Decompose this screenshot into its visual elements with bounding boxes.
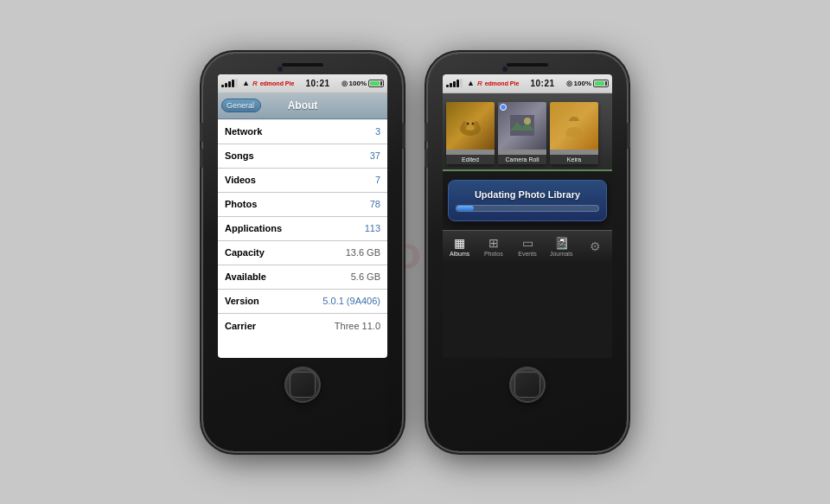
table-row[interactable]: Available 5.6 GB — [218, 265, 387, 290]
signal-bar-2-4 — [456, 80, 459, 87]
tab-albums[interactable]: ▦ Albums — [443, 236, 476, 257]
tab-events[interactable]: ▭ Events — [510, 236, 544, 257]
status-bar-1: ▲ R edmond Pie 10:21 ◎ 100% — [218, 74, 387, 93]
events-tab-label: Events — [518, 251, 536, 257]
row-value-available: 5.6 GB — [351, 271, 380, 282]
status-left-2: ▲ R edmond Pie — [446, 79, 519, 87]
progress-bar-track — [456, 205, 599, 212]
signal-bars-2 — [446, 79, 463, 87]
iphone-2-screen: ▲ R edmond Pie 10:21 ◎ 100% — [443, 74, 612, 358]
signal-bar-2-2 — [450, 83, 452, 87]
battery-pct-1: 100% — [349, 80, 367, 87]
row-label-songs: Songs — [225, 150, 254, 161]
row-label-carrier: Carrier — [225, 321, 256, 331]
row-value-version: 5.0.1 (9A406) — [322, 296, 380, 306]
volume-up-button-2[interactable] — [425, 123, 428, 142]
table-row[interactable]: Carrier Three 11.0 — [218, 314, 387, 338]
album-camera-roll[interactable]: Camera Roll — [498, 102, 546, 164]
album-keira-label: Keira — [550, 155, 598, 164]
status-bar-2: ▲ R edmond Pie 10:21 ◎ 100% — [443, 74, 612, 93]
nav-bar-1: General About — [218, 93, 387, 119]
albums-area: Edited Camera Roll — [443, 93, 612, 171]
location-icon-1: ◎ — [342, 80, 348, 87]
svg-point-10 — [565, 127, 583, 137]
tab-settings[interactable]: ⚙ — [578, 239, 612, 253]
row-label-available: Available — [225, 271, 266, 282]
photos-tab-bar: ▦ Albums ⊞ Photos ▭ Events 📓 Journals ⚙ — [443, 230, 612, 263]
carrier-logo-1: R — [252, 80, 258, 87]
iphone-top-2 — [428, 54, 627, 67]
row-value-photos: 78 — [370, 199, 380, 209]
album-edited[interactable]: Edited — [446, 102, 495, 164]
albums-tab-icon: ▦ — [454, 236, 465, 250]
home-button-1[interactable] — [284, 367, 321, 403]
battery-fill-1 — [370, 81, 380, 86]
side-button[interactable] — [402, 123, 405, 149]
volume-down-button-2[interactable] — [425, 149, 428, 168]
table-row[interactable]: Photos 78 — [218, 193, 387, 217]
svg-rect-6 — [510, 115, 534, 136]
table-row[interactable]: Songs 37 — [218, 144, 387, 169]
signal-bar-2-5 — [460, 79, 463, 87]
svg-point-4 — [462, 121, 467, 130]
table-row[interactable]: Capacity 13.6 GB — [218, 241, 387, 265]
carrier-name-2: edmond Pie — [485, 80, 520, 86]
iphone-1: ▲ R edmond Pie 10:21 ◎ 100% General Abo — [203, 54, 402, 451]
side-button-2[interactable] — [627, 123, 630, 149]
home-button-inner-2 — [514, 372, 540, 398]
battery-icon-2 — [593, 80, 609, 87]
home-button-2[interactable] — [509, 367, 546, 403]
signal-bar-1 — [221, 85, 224, 87]
signal-bar-5 — [235, 79, 238, 87]
wifi-icon-1: ▲ — [242, 79, 250, 87]
album-edited-img — [446, 102, 495, 150]
table-row[interactable]: Applications 113 — [218, 217, 387, 241]
signal-bars-1 — [221, 79, 238, 87]
row-label-capacity: Capacity — [225, 247, 265, 258]
iphone-1-screen: ▲ R edmond Pie 10:21 ◎ 100% General Abo — [218, 74, 387, 358]
albums-tab-label: Albums — [450, 251, 469, 257]
battery-fill-2 — [595, 81, 604, 86]
signal-bar-4 — [232, 80, 234, 87]
album-keira-img — [550, 102, 598, 150]
wifi-icon-2: ▲ — [467, 79, 475, 87]
about-section: Network 3 Songs 37 Videos 7 Photos 78 — [218, 120, 387, 338]
volume-down-button[interactable] — [200, 149, 203, 168]
row-label-version: Version — [225, 296, 259, 306]
row-value-videos: 7 — [375, 175, 380, 185]
album-selected-indicator — [500, 104, 507, 111]
front-camera-2 — [501, 66, 508, 73]
row-value-network: 3 — [375, 126, 380, 137]
nav-title-1: About — [288, 99, 318, 112]
carrier-logo-2: R — [477, 80, 482, 87]
events-tab-icon: ▭ — [522, 236, 533, 250]
svg-point-3 — [472, 122, 475, 124]
volume-up-button[interactable] — [200, 123, 203, 142]
tab-photos[interactable]: ⊞ Photos — [476, 236, 510, 257]
status-left-1: ▲ R edmond Pie — [221, 79, 294, 87]
journals-tab-label: Journals — [550, 251, 572, 257]
location-icon-2: ◎ — [566, 80, 572, 87]
table-row[interactable]: Network 3 — [218, 120, 387, 144]
svg-point-8 — [524, 118, 531, 124]
home-button-inner-1 — [290, 372, 316, 398]
album-keira[interactable]: Keira — [550, 102, 598, 164]
person-icon — [561, 114, 587, 137]
battery-icon-1 — [368, 80, 384, 87]
about-list: Network 3 Songs 37 Videos 7 Photos 78 — [218, 119, 387, 338]
row-value-songs: 37 — [370, 150, 380, 161]
status-right-2: ◎ 100% — [566, 80, 609, 87]
row-value-capacity: 13.6 GB — [346, 247, 380, 258]
dog-icon — [457, 115, 483, 137]
album-edited-label: Edited — [446, 155, 495, 164]
table-row[interactable]: Videos 7 — [218, 169, 387, 193]
carrier-name-1: edmond Pie — [260, 80, 295, 86]
journals-tab-icon: 📓 — [554, 236, 569, 250]
settings-gear-icon: ⚙ — [590, 239, 601, 253]
signal-bar-2-3 — [453, 81, 456, 87]
row-label-photos: Photos — [225, 199, 257, 209]
table-row[interactable]: Version 5.0.1 (9A406) — [218, 290, 387, 314]
back-button[interactable]: General — [221, 99, 261, 112]
tab-journals[interactable]: 📓 Journals — [545, 236, 578, 257]
progress-bar-fill — [456, 206, 474, 211]
